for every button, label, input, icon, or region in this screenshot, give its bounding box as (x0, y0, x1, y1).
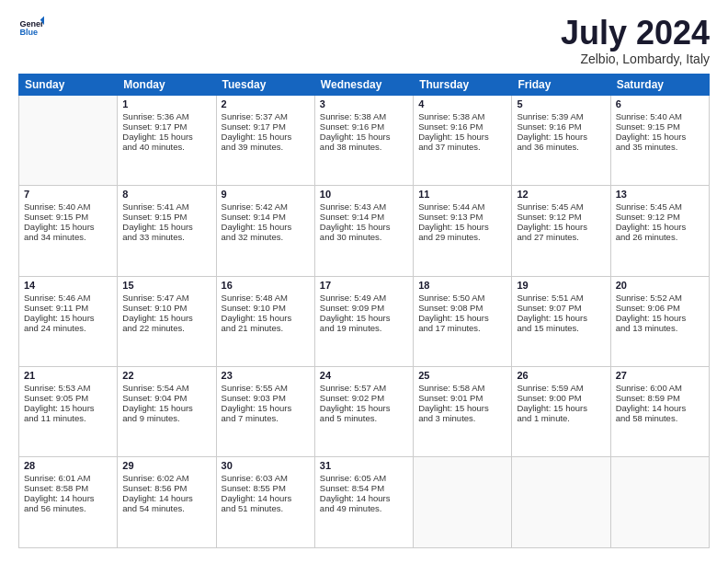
cell-text: Sunrise: 5:45 AM (616, 201, 704, 212)
cell-text: Sunset: 9:16 PM (418, 121, 506, 132)
calendar-cell (19, 95, 118, 185)
calendar-cell: 20Sunrise: 5:52 AMSunset: 9:06 PMDayligh… (610, 276, 709, 366)
cell-text: Sunrise: 6:02 AM (122, 473, 210, 483)
calendar-cell: 6Sunrise: 5:40 AMSunset: 9:15 PMDaylight… (610, 95, 709, 185)
calendar-cell: 1Sunrise: 5:36 AMSunset: 9:17 PMDaylight… (118, 95, 216, 185)
cell-text: Daylight: 15 hours (222, 403, 310, 413)
calendar-cell (414, 457, 512, 548)
cell-text: Sunrise: 5:49 AM (320, 293, 408, 303)
calendar-week-row: 7Sunrise: 5:40 AMSunset: 9:15 PMDaylight… (19, 186, 710, 276)
day-number: 16 (222, 280, 310, 291)
cell-text: Sunrise: 5:47 AM (122, 293, 210, 303)
calendar-cell: 23Sunrise: 5:55 AMSunset: 9:03 PMDayligh… (216, 367, 314, 457)
cell-text: and 27 minutes. (517, 232, 605, 242)
calendar-cell: 25Sunrise: 5:58 AMSunset: 9:01 PMDayligh… (414, 367, 512, 457)
day-number: 9 (222, 189, 310, 200)
cell-text: Sunrise: 5:40 AM (616, 111, 704, 121)
cell-text: Daylight: 15 hours (320, 313, 408, 323)
cell-text: and 9 minutes. (122, 413, 210, 423)
day-number: 11 (418, 189, 506, 200)
day-number: 24 (320, 370, 408, 381)
cell-text: and 56 minutes. (24, 503, 112, 513)
calendar-cell: 2Sunrise: 5:37 AMSunset: 9:17 PMDaylight… (216, 95, 314, 185)
cell-text: Sunrise: 5:38 AM (320, 111, 408, 121)
cell-text: Sunset: 8:58 PM (24, 483, 112, 493)
cell-text: Sunset: 8:59 PM (616, 393, 704, 403)
day-number: 1 (122, 98, 210, 109)
day-number: 14 (24, 280, 112, 291)
cell-text: and 19 minutes. (320, 323, 408, 333)
day-number: 21 (24, 370, 112, 381)
cell-text: Sunrise: 5:46 AM (24, 293, 112, 303)
cell-text: Sunrise: 5:38 AM (418, 111, 506, 121)
cell-text: Sunrise: 5:50 AM (418, 293, 506, 303)
cell-text: Sunset: 9:14 PM (222, 212, 310, 222)
cell-text: Daylight: 15 hours (122, 222, 210, 232)
cell-text: Sunset: 9:12 PM (616, 212, 704, 222)
svg-text:General: General (19, 19, 44, 29)
month-title: July 2024 (561, 15, 710, 52)
cell-text: Sunset: 9:08 PM (418, 303, 506, 313)
calendar-cell (610, 457, 709, 548)
calendar-cell (512, 457, 610, 548)
day-number: 7 (24, 189, 112, 200)
cell-text: Daylight: 14 hours (320, 493, 408, 503)
title-section: July 2024 Zelbio, Lombardy, Italy (561, 15, 710, 66)
cell-text: and 37 minutes. (418, 142, 506, 152)
calendar-cell: 11Sunrise: 5:44 AMSunset: 9:13 PMDayligh… (414, 186, 512, 276)
calendar-cell: 7Sunrise: 5:40 AMSunset: 9:15 PMDaylight… (19, 186, 118, 276)
cell-text: Sunrise: 5:42 AM (222, 201, 310, 212)
cell-text: Daylight: 15 hours (418, 403, 506, 413)
cell-text: Sunset: 9:01 PM (418, 393, 506, 403)
header: General Blue July 2024 Zelbio, Lombardy,… (18, 15, 710, 66)
calendar-cell: 31Sunrise: 6:05 AMSunset: 8:54 PMDayligh… (314, 457, 413, 548)
cell-text: and 58 minutes. (616, 413, 704, 423)
cell-text: Sunset: 9:03 PM (222, 393, 310, 403)
cell-text: and 29 minutes. (418, 232, 506, 242)
cell-text: Daylight: 15 hours (122, 132, 210, 142)
cell-text: and 54 minutes. (122, 503, 210, 513)
calendar-header-cell: Friday (512, 74, 610, 95)
cell-text: Sunset: 9:05 PM (24, 393, 112, 403)
cell-text: Sunset: 9:10 PM (222, 303, 310, 313)
cell-text: and 33 minutes. (122, 232, 210, 242)
cell-text: and 15 minutes. (517, 323, 605, 333)
cell-text: Daylight: 15 hours (24, 313, 112, 323)
day-number: 20 (616, 280, 704, 291)
cell-text: Sunrise: 6:00 AM (616, 383, 704, 393)
day-number: 6 (616, 98, 704, 109)
cell-text: and 34 minutes. (24, 232, 112, 242)
calendar-cell: 5Sunrise: 5:39 AMSunset: 9:16 PMDaylight… (512, 95, 610, 185)
calendar-header-cell: Sunday (19, 74, 118, 95)
cell-text: Daylight: 14 hours (24, 493, 112, 503)
calendar-week-row: 21Sunrise: 5:53 AMSunset: 9:05 PMDayligh… (19, 367, 710, 457)
cell-text: Sunrise: 5:51 AM (517, 293, 605, 303)
calendar-header-cell: Tuesday (216, 74, 314, 95)
cell-text: Sunrise: 5:40 AM (24, 201, 112, 212)
cell-text: Daylight: 15 hours (418, 222, 506, 232)
cell-text: Sunrise: 5:37 AM (222, 111, 310, 121)
day-number: 13 (616, 189, 704, 200)
calendar-week-row: 28Sunrise: 6:01 AMSunset: 8:58 PMDayligh… (19, 457, 710, 548)
cell-text: Daylight: 15 hours (616, 222, 704, 232)
cell-text: and 39 minutes. (222, 142, 310, 152)
cell-text: Sunset: 9:00 PM (517, 393, 605, 403)
cell-text: and 35 minutes. (616, 142, 704, 152)
cell-text: Sunset: 9:09 PM (320, 303, 408, 313)
cell-text: Sunrise: 5:41 AM (122, 201, 210, 212)
calendar-cell: 21Sunrise: 5:53 AMSunset: 9:05 PMDayligh… (19, 367, 118, 457)
cell-text: and 11 minutes. (24, 413, 112, 423)
calendar-cell: 14Sunrise: 5:46 AMSunset: 9:11 PMDayligh… (19, 276, 118, 366)
cell-text: Sunrise: 5:57 AM (320, 383, 408, 393)
cell-text: Daylight: 15 hours (222, 222, 310, 232)
day-number: 10 (320, 189, 408, 200)
cell-text: Sunrise: 5:59 AM (517, 383, 605, 393)
cell-text: Sunrise: 5:36 AM (122, 111, 210, 121)
cell-text: Daylight: 15 hours (122, 403, 210, 413)
cell-text: and 30 minutes. (320, 232, 408, 242)
day-number: 4 (418, 98, 506, 109)
day-number: 26 (517, 370, 605, 381)
calendar-header-cell: Saturday (610, 74, 709, 95)
cell-text: Sunset: 9:12 PM (517, 212, 605, 222)
cell-text: Sunrise: 5:48 AM (222, 293, 310, 303)
